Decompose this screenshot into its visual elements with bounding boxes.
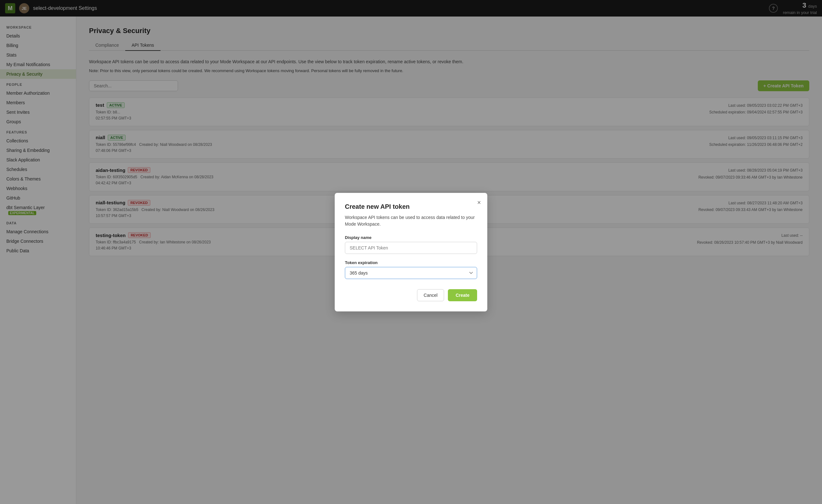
token-expiration-select[interactable]: 30 days 60 days 90 days 180 days 365 day… [345,267,477,279]
cancel-button[interactable]: Cancel [417,289,444,301]
create-api-token-modal: × Create new API token Workspace API tok… [335,193,487,312]
modal-overlay: × Create new API token Workspace API tok… [0,0,822,504]
modal-actions: Cancel Create [345,289,477,301]
display-name-input[interactable] [345,242,477,254]
modal-close-button[interactable]: × [477,199,481,205]
token-expiration-label: Token expiration [345,260,477,265]
display-name-label: Display name [345,235,477,240]
modal-title: Create new API token [345,203,477,210]
create-button[interactable]: Create [448,289,477,301]
modal-description: Workspace API tokens can be used to acce… [345,214,477,227]
